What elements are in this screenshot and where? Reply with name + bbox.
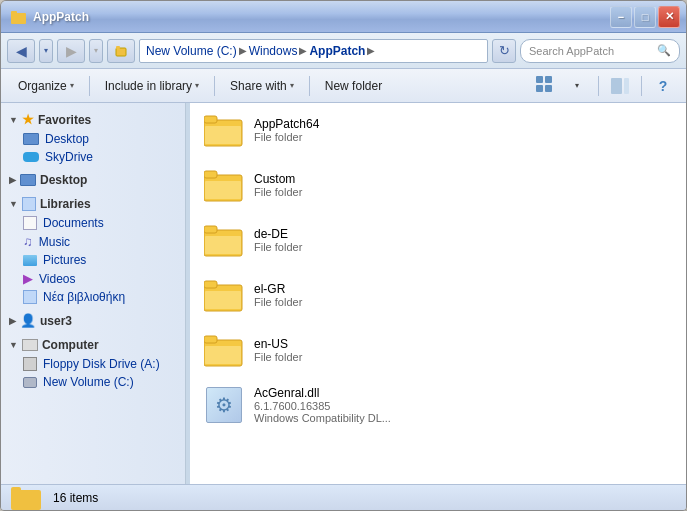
svg-rect-18 [205,236,241,254]
file-info: Custom File folder [254,172,302,198]
breadcrumb-apppatch[interactable]: AppPatch [309,44,365,58]
title-bar-buttons: − □ ✕ [610,6,680,28]
help-icon: ? [659,78,668,94]
file-type: File folder [254,131,319,143]
videos-label: Videos [39,272,75,286]
sidebar-item-floppy[interactable]: Floppy Disk Drive (A:) [1,355,185,373]
view-mode-button[interactable] [530,73,560,99]
forward-dropdown-icon: ▾ [94,46,98,55]
sidebar-item-new-library[interactable]: Νέα βιβλιοθήκη [1,288,185,306]
breadcrumb-sep-1: ▶ [239,45,247,56]
file-info: de-DE File folder [254,227,302,253]
music-icon: ♫ [23,234,33,249]
music-label: Music [39,235,70,249]
forward-dropdown[interactable]: ▾ [89,39,103,63]
svg-rect-3 [116,46,120,49]
sidebar-item-skydrive[interactable]: SkyDrive [1,148,185,166]
svg-rect-20 [204,281,217,288]
sidebar-item-volume[interactable]: New Volume (C:) [1,373,185,391]
documents-label: Documents [43,216,104,230]
folder-icon [202,273,246,317]
computer-icon [22,339,38,351]
search-bar[interactable]: Search AppPatch 🔍 [520,39,680,63]
new-library-icon [23,290,37,304]
user-section: ▶ 👤 user3 [1,310,185,331]
up-icon [115,45,127,57]
toolbar: Organize ▾ Include in library ▾ Share wi… [1,69,686,103]
sidebar: ▼ ★ Favorites Desktop SkyDrive ▶ [1,103,186,484]
sidebar-item-videos[interactable]: ▶ Videos [1,269,185,288]
file-name: en-US [254,337,302,351]
up-button[interactable] [107,39,135,63]
favorites-header[interactable]: ▼ ★ Favorites [1,109,185,130]
file-item[interactable]: de-DE File folder [190,213,686,268]
desktop2-icon [20,174,36,186]
sidebar-item-music[interactable]: ♫ Music [1,232,185,251]
file-item[interactable]: AcGenral.dll 6.1.7600.16385 Windows Comp… [190,378,686,433]
refresh-button[interactable]: ↻ [492,39,516,63]
forward-icon: ▶ [66,43,77,59]
libraries-section: ▼ Libraries Documents ♫ Music Pictures [1,194,185,306]
file-item[interactable]: AppPatch64 File folder [190,103,686,158]
file-info: en-US File folder [254,337,302,363]
svg-rect-5 [545,76,552,83]
view-dropdown-button[interactable]: ▾ [562,73,592,99]
file-type: File folder [254,186,302,198]
organize-label: Organize [18,79,67,93]
maximize-button[interactable]: □ [634,6,656,28]
desktop2-label: Desktop [40,173,87,187]
svg-rect-8 [611,78,622,94]
hdd-icon [23,377,37,388]
share-with-button[interactable]: Share with ▾ [221,73,303,99]
pictures-label: Pictures [43,253,86,267]
toolbar-sep-3 [309,76,310,96]
desktop2-header[interactable]: ▶ Desktop [1,170,185,190]
computer-arrow: ▼ [9,340,18,350]
toolbar-sep-1 [89,76,90,96]
pictures-icon [23,255,37,266]
file-name: de-DE [254,227,302,241]
breadcrumb-sep-2: ▶ [299,45,307,56]
refresh-icon: ↻ [499,43,510,58]
include-library-button[interactable]: Include in library ▾ [96,73,208,99]
forward-button[interactable]: ▶ [57,39,85,63]
back-button[interactable]: ◀ [7,39,35,63]
libraries-header[interactable]: ▼ Libraries [1,194,185,214]
user-label: user3 [40,314,72,328]
computer-section: ▼ Computer Floppy Disk Drive (A:) New Vo… [1,335,185,391]
search-icon[interactable]: 🔍 [657,44,671,57]
breadcrumb-windows[interactable]: Windows [249,44,298,58]
floppy-icon [23,357,37,371]
organize-dropdown-arrow: ▾ [70,81,74,90]
close-button[interactable]: ✕ [658,6,680,28]
sidebar-item-documents[interactable]: Documents [1,214,185,232]
file-item[interactable]: en-US File folder [190,323,686,378]
share-with-label: Share with [230,79,287,93]
file-name: AppPatch64 [254,117,319,131]
view-mode-icon [536,76,554,95]
floppy-label: Floppy Disk Drive (A:) [43,357,160,371]
breadcrumb-bar[interactable]: New Volume (C:) ▶ Windows ▶ AppPatch ▶ [139,39,488,63]
help-button[interactable]: ? [648,73,678,99]
sidebar-item-pictures[interactable]: Pictures [1,251,185,269]
folder-icon [202,218,246,262]
svg-rect-26 [11,487,21,493]
file-type: File folder [254,241,302,253]
preview-pane-button[interactable] [605,73,635,99]
user-header[interactable]: ▶ 👤 user3 [1,310,185,331]
desktop-section: ▶ Desktop [1,170,185,190]
organize-button[interactable]: Organize ▾ [9,73,83,99]
file-item[interactable]: el-GR File folder [190,268,686,323]
breadcrumb-drive[interactable]: New Volume (C:) [146,44,237,58]
libraries-icon [22,197,36,211]
back-dropdown[interactable]: ▾ [39,39,53,63]
status-item-count: 16 items [53,491,98,505]
address-bar: ◀ ▾ ▶ ▾ New Volume (C:) ▶ Windows ▶ AppP… [1,33,686,69]
svg-rect-7 [545,85,552,92]
sidebar-item-desktop[interactable]: Desktop [1,130,185,148]
minimize-button[interactable]: − [610,6,632,28]
new-folder-button[interactable]: New folder [316,73,391,99]
file-item[interactable]: Custom File folder [190,158,686,213]
computer-header[interactable]: ▼ Computer [1,335,185,355]
svg-rect-1 [11,11,17,15]
